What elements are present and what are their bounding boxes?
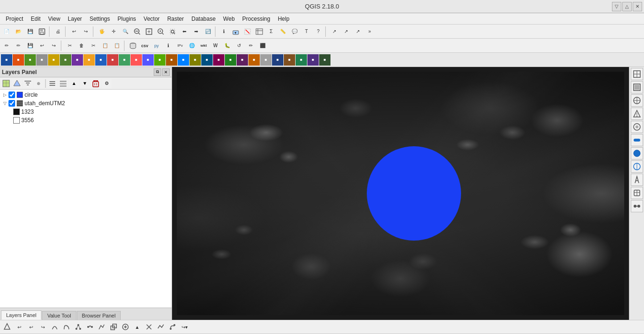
move-down-button[interactable]: ▼ [80,79,90,88]
edit-tb-btn-8[interactable] [84,321,96,333]
utah-visibility-checkbox[interactable] [8,100,15,107]
menu-edit[interactable]: Edit [27,15,44,23]
add-annotation-button[interactable]: 💬 [289,26,300,37]
menu-view[interactable]: View [44,15,64,23]
layer-item-circle[interactable]: ▷ circle [1,91,171,99]
menu-plugins[interactable]: Plugins [114,15,140,23]
identify-button[interactable]: ℹ [218,26,230,37]
rp-btn-5[interactable] [631,121,643,133]
zoom-in-button[interactable]: 🔍 [120,26,131,37]
map-icon-11[interactable]: ■ [119,54,130,66]
map-icon-20[interactable]: ■ [225,54,236,66]
map-icon-3[interactable]: ■ [25,54,36,66]
undo-button[interactable]: ↩ [68,26,80,37]
redo-edits-btn[interactable]: ↪ [48,40,59,51]
layer-item-utah[interactable]: ▽ utah_demUTM2 [1,99,171,108]
map-icon-10[interactable]: ■ [107,54,118,66]
wfs-btn[interactable]: W [210,40,221,51]
rp-btn-4[interactable] [631,108,643,120]
info-btn[interactable]: ℹ [163,40,174,51]
edit-tb-btn-9[interactable] [96,321,107,333]
maximize-button[interactable]: △ [622,2,632,11]
rp-btn-11[interactable] [631,200,643,212]
csv-btn[interactable]: csv [139,40,150,51]
expand-utah[interactable]: ▽ [2,100,8,106]
map-icon-6[interactable]: ■ [60,54,71,66]
map-icon-7[interactable]: ■ [72,54,83,66]
map-icon-19[interactable]: ■ [213,54,224,66]
zoom-to-selection-button[interactable] [167,26,178,37]
edit-tb-btn-13[interactable] [143,321,155,333]
rp-btn-8[interactable] [631,160,643,173]
rp-btn-6[interactable] [631,134,643,146]
panel-float-button[interactable]: ⧉ [154,68,161,76]
move-up-button[interactable]: ▲ [69,79,79,88]
pan-map-button[interactable]: 🖐 [96,26,107,37]
pin-annotation-button[interactable]: ↗ [340,26,352,37]
map-icon-21[interactable]: ■ [237,54,248,66]
python-btn[interactable]: py [151,40,162,51]
map-icon-28[interactable]: ■ [319,54,330,66]
measure-button[interactable]: 📏 [277,26,289,37]
map-icon-5[interactable]: ■ [48,54,59,66]
add-text-button[interactable]: T [301,26,312,37]
tab-browser-panel[interactable]: Browser Panel [77,311,121,320]
rp-btn-2[interactable] [631,81,643,93]
undo-edits-btn[interactable]: ↩ [36,40,48,51]
edit2-btn[interactable]: ✏ [245,40,256,51]
menu-database[interactable]: Database [188,15,219,23]
add-vector-layer-button[interactable] [12,79,22,88]
new-project-button[interactable]: 📄 [1,26,12,37]
select-button[interactable]: ▼ [230,26,241,37]
zoom-last-button[interactable]: ⬅ [179,26,190,37]
edit-tb-btn-15[interactable] [167,321,178,333]
menu-settings[interactable]: Settings [86,15,114,23]
refresh-button[interactable]: 🔃 [202,26,214,37]
circle-visibility-checkbox[interactable] [8,92,15,98]
black-btn[interactable]: ⬛ [257,40,268,51]
refresh2-btn[interactable]: ↺ [233,40,245,51]
redo-button[interactable]: ↪ [80,26,91,37]
panel-close-button[interactable]: ✕ [162,68,170,76]
ipython-btn[interactable]: IPv [174,40,186,51]
map-icon-15[interactable]: ■ [166,54,177,66]
rp-btn-7[interactable] [631,147,643,159]
zoom-full-button[interactable] [143,26,155,37]
minimize-button[interactable]: ▽ [612,2,621,11]
tab-value-tool[interactable]: Value Tool [42,311,76,320]
map-icon-9[interactable]: ■ [95,54,107,66]
save-edits-btn[interactable]: 💾 [25,40,36,51]
filter-by-map-button[interactable]: ⊕ [33,79,44,88]
db-btn[interactable] [127,40,139,51]
map-icon-18[interactable]: ■ [201,54,213,66]
edit-tb-btn-14[interactable] [155,321,166,333]
paste-btn[interactable]: 📋 [111,40,123,51]
map-icon-17[interactable]: ■ [190,54,201,66]
layer-diagram-button[interactable]: ↗ [329,26,340,37]
add-raster-layer-button[interactable] [1,79,11,88]
menu-processing[interactable]: Processing [239,15,274,23]
delete-btn[interactable]: 🗑 [76,40,87,51]
filter-layer-button[interactable] [23,79,33,88]
debug-btn[interactable]: 🐛 [222,40,233,51]
open-project-button[interactable]: 📂 [13,26,24,37]
map-icon-4[interactable]: ■ [36,54,48,66]
edit-tb-redo-with-menu[interactable]: ↪▾ [179,321,190,333]
map-icon-22[interactable]: ■ [248,54,260,66]
more-tools-button[interactable]: » [364,26,375,37]
remove-layer-button[interactable] [91,79,101,88]
layer-properties-button[interactable]: ⚙ [101,79,112,88]
attribute-table-button[interactable] [254,26,265,37]
move-annotation-button[interactable]: ↗ [352,26,363,37]
edit-tb-btn-10[interactable] [108,321,119,333]
zoom-out-button[interactable] [132,26,143,37]
digitize-btn[interactable]: ✏ [1,40,12,51]
map-icon-16[interactable]: ■ [178,54,189,66]
menu-help[interactable]: Help [274,15,293,23]
copy-btn[interactable]: 📋 [99,40,111,51]
menu-vector[interactable]: Vector [140,15,164,23]
edit-tb-btn-7[interactable] [73,321,84,333]
edit-btn[interactable]: ✏ [13,40,24,51]
statistics-button[interactable]: Σ [265,26,277,37]
expand-circle[interactable]: ▷ [2,92,8,98]
